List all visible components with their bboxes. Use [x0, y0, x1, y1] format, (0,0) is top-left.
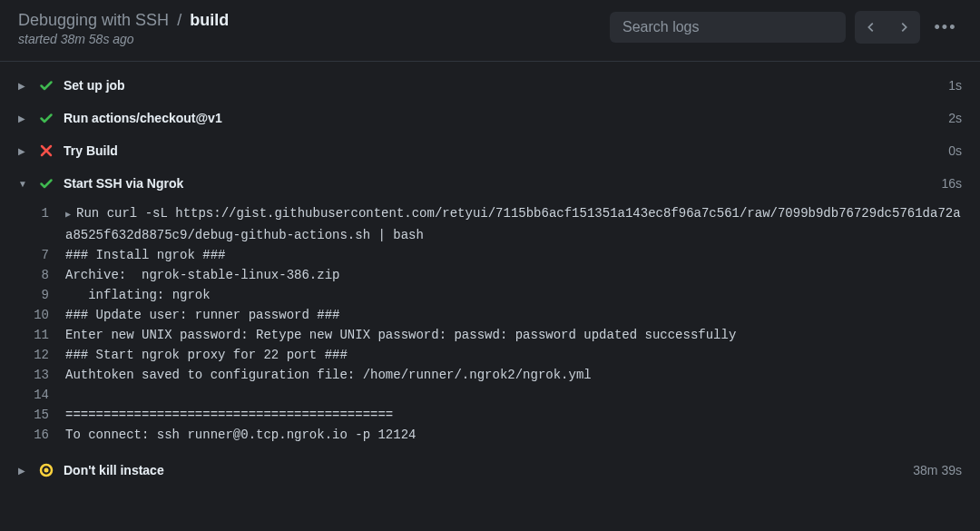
kebab-icon: •••: [935, 18, 957, 37]
line-number: 12: [18, 345, 65, 365]
caret-right-icon[interactable]: ▶: [65, 210, 71, 220]
line-content: inflating: ngrok: [65, 285, 962, 305]
step-name: Don't kill instace: [64, 463, 904, 477]
line-content: ### Install ngrok ###: [65, 245, 962, 265]
line-number: 10: [18, 305, 65, 325]
log-line: 1 ▶Run curl -sL https://gist.githubuserc…: [18, 203, 962, 245]
step-row[interactable]: ▶ Don't kill instace 38m 39s: [0, 454, 980, 487]
step-row[interactable]: ▶ Run actions/checkout@v1 2s: [0, 102, 980, 134]
x-icon: [38, 143, 54, 158]
caret-down-icon: ▼: [18, 179, 29, 189]
line-content: ========================================…: [65, 405, 962, 425]
breadcrumb-separator: /: [177, 11, 181, 29]
header: Debugging with SSH / build started 38m 5…: [0, 0, 980, 62]
line-text: Run curl -sL https://gist.githubusercont…: [65, 206, 961, 242]
step-name: Set up job: [64, 78, 939, 93]
caret-right-icon: ▶: [18, 81, 29, 91]
line-number: 7: [18, 245, 65, 265]
line-number: 16: [18, 425, 65, 445]
log-line: 16 To connect: ssh runner@0.tcp.ngrok.io…: [18, 425, 962, 445]
breadcrumb: Debugging with SSH / build: [18, 11, 229, 30]
check-icon: [38, 176, 54, 191]
line-content: ### Update user: runner password ###: [65, 305, 962, 325]
caret-right-icon: ▶: [18, 466, 29, 476]
search-logs-input[interactable]: [610, 12, 846, 43]
line-content: ### Start ngrok proxy for 22 port ###: [65, 345, 962, 365]
line-number: 13: [18, 365, 65, 385]
line-number: 1: [18, 203, 65, 223]
line-number: 15: [18, 405, 65, 425]
line-content: ▶Run curl -sL https://gist.githubusercon…: [65, 203, 962, 245]
spinner-icon: [38, 463, 54, 477]
svg-point-1: [44, 468, 49, 473]
step-name: Run actions/checkout@v1: [64, 111, 939, 125]
log-output: 1 ▶Run curl -sL https://gist.githubuserc…: [0, 200, 980, 454]
log-line: 10 ### Update user: runner password ###: [18, 305, 962, 325]
step-time: 1s: [948, 78, 962, 93]
chevron-right-icon: [897, 21, 910, 34]
log-line: 13 Authtoken saved to configuration file…: [18, 365, 962, 385]
caret-right-icon: ▶: [18, 113, 29, 123]
run-started-subtitle: started 38m 58s ago: [18, 32, 229, 46]
step-time: 0s: [948, 143, 962, 158]
line-content: Archive: ngrok-stable-linux-386.zip: [65, 265, 962, 285]
caret-right-icon: ▶: [18, 146, 29, 156]
chevron-left-icon: [865, 21, 877, 34]
step-name: Try Build: [64, 143, 939, 158]
nav-next-button[interactable]: [887, 11, 920, 44]
line-number: 11: [18, 325, 65, 345]
header-left: Debugging with SSH / build started 38m 5…: [18, 11, 229, 46]
more-options-button[interactable]: •••: [929, 11, 962, 44]
log-line: 9 inflating: ngrok: [18, 285, 962, 305]
log-line: 11 Enter new UNIX password: Retype new U…: [18, 325, 962, 345]
breadcrumb-current: build: [190, 11, 229, 29]
nav-prev-button[interactable]: [855, 11, 887, 44]
line-content: To connect: ssh runner@0.tcp.ngrok.io -p…: [65, 425, 962, 445]
line-number: 9: [18, 285, 65, 305]
log-line: 15 =====================================…: [18, 405, 962, 425]
line-content: Authtoken saved to configuration file: /…: [65, 365, 962, 385]
log-line: 8 Archive: ngrok-stable-linux-386.zip: [18, 265, 962, 285]
step-row[interactable]: ▼ Start SSH via Ngrok 16s: [0, 167, 980, 200]
line-number: 14: [18, 385, 65, 405]
step-time: 16s: [941, 176, 962, 191]
check-icon: [38, 111, 54, 125]
log-line: 7 ### Install ngrok ###: [18, 245, 962, 265]
check-icon: [38, 78, 54, 93]
log-line: 14: [18, 385, 962, 405]
breadcrumb-parent[interactable]: Debugging with SSH: [18, 11, 169, 29]
header-right: •••: [610, 11, 962, 44]
line-content: Enter new UNIX password: Retype new UNIX…: [65, 325, 962, 345]
step-time: 2s: [948, 111, 962, 125]
log-line: 12 ### Start ngrok proxy for 22 port ###: [18, 345, 962, 365]
step-time: 38m 39s: [913, 463, 962, 477]
step-row[interactable]: ▶ Set up job 1s: [0, 69, 980, 102]
nav-buttons-group: [855, 11, 920, 44]
step-row[interactable]: ▶ Try Build 0s: [0, 134, 980, 167]
step-name: Start SSH via Ngrok: [64, 176, 932, 191]
line-number: 8: [18, 265, 65, 285]
steps-list: ▶ Set up job 1s ▶ Run actions/checkout@v…: [0, 62, 980, 494]
